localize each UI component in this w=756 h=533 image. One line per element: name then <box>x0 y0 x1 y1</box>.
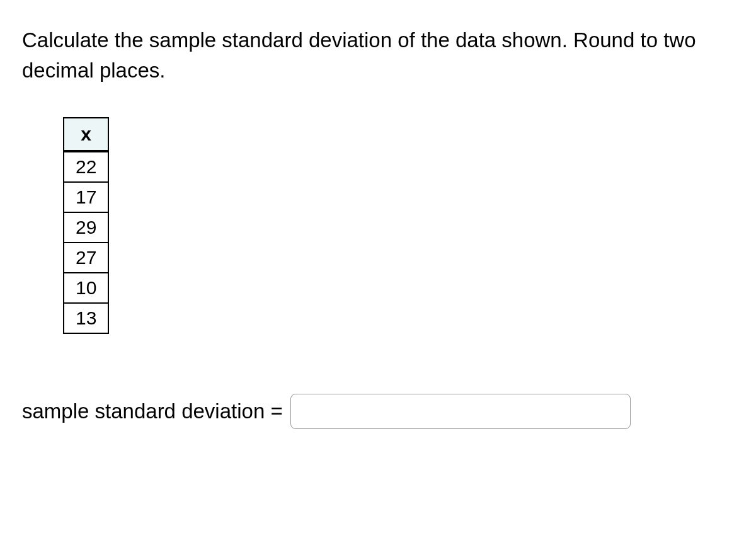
answer-row: sample standard deviation = <box>22 394 734 429</box>
question-container: Calculate the sample standard deviation … <box>0 0 756 454</box>
question-prompt: Calculate the sample standard deviation … <box>22 25 734 86</box>
table-cell: 13 <box>64 303 108 333</box>
table-header-x: x <box>64 118 108 151</box>
table-cell: 17 <box>64 182 108 212</box>
table-cell: 10 <box>64 273 108 303</box>
table-cell: 29 <box>64 212 108 243</box>
table-cell: 22 <box>64 151 108 182</box>
data-table: x 22 17 29 27 10 13 <box>63 117 109 334</box>
answer-label: sample standard deviation = <box>22 399 283 423</box>
answer-input[interactable] <box>290 394 631 429</box>
table-cell: 27 <box>64 243 108 273</box>
